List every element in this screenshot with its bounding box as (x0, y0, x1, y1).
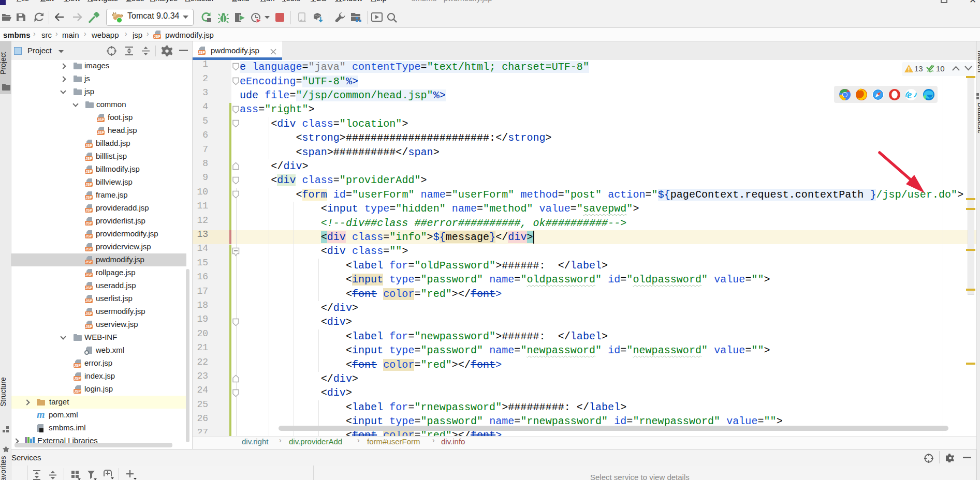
svg-text:e: e (907, 88, 912, 101)
